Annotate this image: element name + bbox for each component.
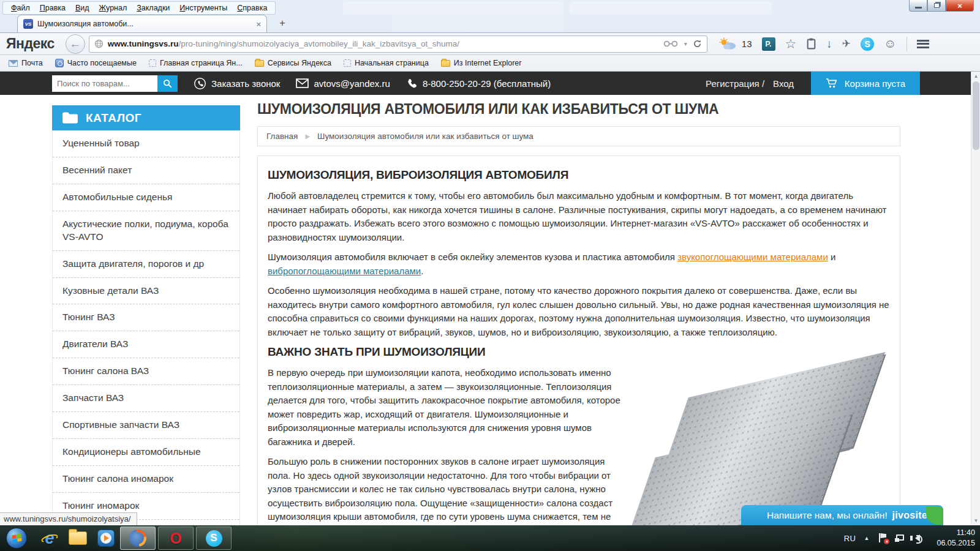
sound-absorbing-materials-link[interactable]: звукопоглощающими материалами [677,252,828,262]
paragraph: Особенно шумоизоляция необходима в нашей… [268,284,890,339]
login-link[interactable]: Вход [773,78,794,89]
search-button[interactable] [157,75,178,92]
content-box: ШУМОИЗОЛЯЦИЯ, ВИБРОИЗОЛЯЦИЯ АВТОМОБИЛЯ Л… [257,156,900,525]
phone-text: 8-800-250-20-29 (бесплатный) [423,78,551,89]
insulation-sheets-image [640,369,890,525]
bookmark-yandex-services[interactable]: Сервисы Яндекса [250,57,336,69]
start-button[interactable] [6,528,27,549]
folder-icon [69,531,87,545]
urlbar-dropdown-icon[interactable]: ▾ [684,40,687,47]
menu-file[interactable]: Файл [7,2,34,13]
bookmark-label: Сервисы Яндекса [268,59,331,67]
bookmark-from-ie[interactable]: Из Internet Explorer [436,57,527,69]
taskbar-opera-button[interactable]: O [158,527,194,550]
mail-icon [9,60,18,67]
scrollbar-thumb[interactable] [973,81,979,150]
catalog-item[interactable]: Уцененный товар [53,130,239,157]
chat-smiley-icon[interactable]: ☺ [884,37,896,51]
back-arrow-icon: ← [69,37,81,51]
close-icon: × [957,1,962,10]
catalog-item[interactable]: Кондиционеры автомобильные [53,439,239,466]
call-request[interactable]: Заказать звонок [194,77,280,90]
addon-p-icon[interactable]: P. [762,37,775,51]
email-link[interactable]: avtovs@yandex.ru [296,78,390,89]
taskbar-clock[interactable]: 11:40 06.05.2015 [937,528,975,549]
chat-online-text: Напишите нам, мы онлайн! [767,510,892,521]
url-text[interactable]: www.tuningsvs.ru/pro-tuning/ning/shumoiz… [108,39,658,48]
taskbar-skype-button[interactable]: S [196,527,232,550]
catalog-header[interactable]: КАТАЛОГ [52,105,240,130]
weather-icon[interactable] [718,37,737,51]
bookmarks-bar: Почта Часто посещаемые Главная страница … [0,55,980,72]
reader-glasses-icon[interactable] [663,40,679,47]
catalog-item[interactable]: Тюнинг ВАЗ [53,304,239,331]
network-icon[interactable] [896,533,907,543]
toolbar-separator [907,37,907,51]
folder-icon [441,60,450,67]
volume-icon[interactable] [915,533,926,543]
paragraph: Шумоизоляция автомобиля включает в себя … [268,250,890,278]
catalog-item[interactable]: Весенний пакет [53,157,239,184]
system-tray: RU ▲ × 11:40 06.05.2015 [844,525,975,551]
new-tab-button[interactable]: + [274,17,290,30]
menu-history[interactable]: Журнал [95,2,132,13]
address-bar[interactable]: www.tuningsvs.ru/pro-tuning/ning/shumoiz… [89,36,707,53]
windows-logo-icon [12,533,21,542]
scroll-down-icon[interactable]: ▼ [971,516,980,525]
catalog-item[interactable]: Тюнинг салона ВАЗ [53,358,239,385]
vibration-absorbing-materials-link[interactable]: вибропоглощающими материалами [268,266,421,276]
downloads-icon[interactable]: ↓ [826,37,832,51]
register-link[interactable]: Регистрация / [706,78,764,89]
page-title: ШУМОИЗОЛЯЦИЯ АВТОМОБИЛЯ ИЛИ КАК ИЗБАВИТЬ… [257,101,900,118]
clipboard-icon[interactable] [806,38,816,50]
menu-tools[interactable]: Инструменты [175,2,232,13]
back-button[interactable]: ← [66,34,85,54]
url-domain: www.tuningsvs.ru [108,39,179,48]
catalog-item[interactable]: Автомобильные сиденья [53,184,239,211]
catalog-item[interactable]: Защита двигателя, порогов и др [53,251,239,278]
menu-hamburger-icon[interactable] [917,40,929,48]
breadcrumb-home[interactable]: Главная [266,132,298,141]
browser-tab[interactable]: VS Шумоизоляция автомоби... × [17,15,267,32]
menu-bookmarks[interactable]: Закладки [132,2,174,13]
taskbar-mediaplayer-icon[interactable] [92,527,120,550]
frequent-icon [55,59,64,67]
catalog-item[interactable]: Тюнинг салона иномарок [53,466,239,493]
cart-button[interactable]: Корзина пуста [811,72,920,95]
bookmark-yandex-home[interactable]: Главная страница Ян... [144,57,247,69]
bookmark-mail[interactable]: Почта [4,57,48,69]
send-plane-icon[interactable]: ✈ [842,37,851,50]
text: Шумоизоляция автомобиля включает в себя … [268,252,677,262]
close-button[interactable]: × [946,0,974,12]
catalog-item[interactable]: Спортивные запчасти ВАЗ [53,412,239,439]
bookmark-frequent[interactable]: Часто посещаемые [50,57,141,69]
phone-number: 8-800-250-20-29 (бесплатный) [406,78,551,89]
vertical-scrollbar[interactable]: ▲ ▼ [971,72,980,525]
tab-title: Шумоизоляция автомоби... [37,20,252,28]
catalog-item[interactable]: Запчасти ВАЗ [53,385,239,412]
navigation-toolbar: Яндекс ← www.tuningsvs.ru/pro-tuning/nin… [0,32,980,55]
restore-button[interactable] [927,0,946,12]
search-input[interactable] [52,75,157,92]
catalog-title: КАТАЛОГ [86,111,141,125]
taskbar-ie-icon[interactable]: e [36,527,64,550]
bookmark-start-page[interactable]: Начальная страница [339,57,434,69]
skype-addon-icon[interactable]: S [861,37,874,51]
taskbar-firefox-button[interactable] [120,527,156,550]
tray-expand-icon[interactable]: ▲ [864,535,870,541]
catalog-item[interactable]: Двигатели ВАЗ [53,331,239,358]
scroll-up-icon[interactable]: ▲ [971,72,980,81]
action-center-flag-icon[interactable]: × [877,533,888,543]
menu-help[interactable]: Справка [233,2,271,13]
bookmark-star-icon[interactable]: ☆ [785,37,797,51]
menu-view[interactable]: Вид [71,2,94,13]
language-indicator[interactable]: RU [844,534,856,543]
taskbar-explorer-icon[interactable] [64,527,92,550]
menu-edit[interactable]: Правка [36,2,70,13]
reload-icon[interactable] [693,39,702,48]
catalog-item[interactable]: Акустические полки, подиума, короба VS-A… [53,211,239,251]
tab-close-icon[interactable]: × [256,20,261,29]
catalog-item[interactable]: Кузовные детали ВАЗ [53,278,239,305]
minimize-button[interactable] [909,0,927,12]
chat-widget[interactable]: Напишите нам, мы онлайн! jivosite [741,505,943,525]
